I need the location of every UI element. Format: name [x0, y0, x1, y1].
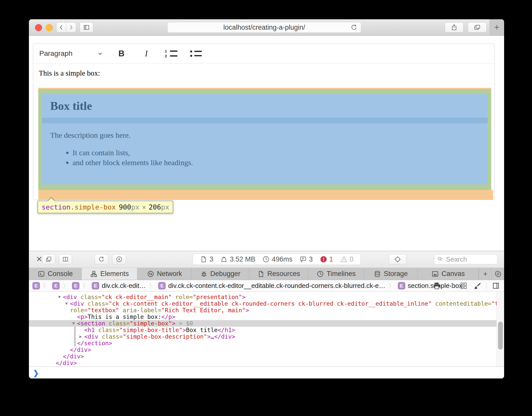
- weight-icon: [220, 255, 228, 263]
- devtools-tab-bar: ConsoleElementsNetworkDebuggerResourcesT…: [29, 268, 504, 280]
- disclosure-expanded-icon[interactable]: ▼: [70, 320, 77, 327]
- tab-canvas[interactable]: Canvas: [418, 268, 479, 280]
- details-sidebar-icon[interactable]: [492, 282, 500, 290]
- breadcrumb-item[interactable]: E: [52, 282, 60, 289]
- editor-content[interactable]: This is a simple box: Box title The desc…: [33, 63, 494, 200]
- inspect-content-highlight: Box title The description goes here. It …: [42, 94, 488, 184]
- editor-paragraph[interactable]: This is a simple box:: [39, 69, 100, 77]
- dom-tree-row[interactable]: <p>This is a simple box:</p>: [29, 314, 504, 320]
- scrollbar-track[interactable]: [496, 292, 504, 367]
- stat-clock[interactable]: 496ms: [262, 255, 292, 263]
- breadcrumb-chevron-icon: 〉: [63, 282, 69, 290]
- bulleted-list-button[interactable]: [189, 47, 203, 60]
- reload-icon: [98, 256, 105, 263]
- dock-window-button[interactable]: [42, 254, 55, 264]
- timelines-icon: [316, 270, 324, 278]
- share-icon: [451, 24, 458, 31]
- tab-overview-button[interactable]: [468, 22, 487, 32]
- disclosure-expanded-icon[interactable]: ▼: [56, 294, 62, 300]
- address-bar[interactable]: localhost/creating-a-plugin/: [167, 22, 361, 33]
- browser-titlebar: localhost/creating-a-plugin/ +: [29, 19, 504, 36]
- tab-timelines[interactable]: Timelines: [308, 268, 364, 280]
- forward-button[interactable]: [66, 22, 76, 32]
- sidebar-icon: [83, 24, 90, 31]
- sidebar-toggle-button[interactable]: [80, 22, 93, 32]
- add-tab-button[interactable]: +: [479, 268, 491, 280]
- paragraph-dropdown[interactable]: Paragraph: [39, 49, 103, 58]
- reload-icon[interactable]: [350, 24, 358, 31]
- new-tab-button[interactable]: +: [489, 19, 504, 36]
- search-input[interactable]: [446, 255, 490, 264]
- breadcrumb-item[interactable]: Ediv.ck.ck-edit…: [92, 282, 146, 290]
- dom-tree-row[interactable]: ▼<div class="ck ck-editor__main" role="p…: [29, 294, 504, 300]
- breadcrumb-item[interactable]: E: [72, 282, 79, 289]
- share-button[interactable]: [445, 22, 464, 32]
- tab-debugger[interactable]: Debugger: [191, 268, 249, 280]
- element-picker-button[interactable]: [389, 254, 406, 264]
- close-icon[interactable]: ✕: [36, 255, 42, 264]
- editor-toolbar: Paragraph B I 1 2: [33, 44, 494, 63]
- tab-storage[interactable]: Storage: [364, 268, 418, 280]
- breadcrumb-chevron-icon: 〉: [149, 282, 155, 290]
- page-content: Paragraph B I 1 2: [29, 36, 504, 251]
- tab-elements[interactable]: Elements: [82, 268, 137, 280]
- stat-error[interactable]: 1: [320, 255, 333, 263]
- breadcrumb-item[interactable]: Ediv.ck.ck-content.ck-editor__editable.c…: [158, 282, 385, 290]
- description-text: The description goes here.: [50, 131, 488, 140]
- console-prompt[interactable]: ❯: [29, 367, 504, 378]
- tabs-overview-icon: [474, 24, 481, 31]
- paragraph-dropdown-label: Paragraph: [39, 49, 73, 58]
- breadcrumb-item[interactable]: E: [32, 282, 40, 289]
- breadcrumb-chevron-icon: 〉: [388, 282, 395, 290]
- disclosure-collapsed-icon[interactable]: ▶: [78, 333, 84, 340]
- italic-button[interactable]: I: [140, 47, 153, 60]
- element-badge: E: [52, 282, 60, 289]
- prompt-chevron-icon: ❯: [33, 369, 39, 377]
- simple-box-title[interactable]: Box title: [42, 94, 488, 113]
- tab-network[interactable]: Network: [137, 268, 191, 280]
- stat-warning[interactable]: 0: [340, 255, 353, 263]
- devtools-toolbar: ✕ 33.52 MB496ms310: [29, 251, 504, 268]
- tab-console[interactable]: Console: [29, 268, 82, 280]
- settings-gear-icon[interactable]: [491, 268, 504, 280]
- list-item[interactable]: and other block elements like headings.: [73, 158, 488, 167]
- numbered-list-button[interactable]: 1 2: [165, 47, 178, 60]
- devtools-reload-button[interactable]: [95, 254, 108, 264]
- inspect-margin-highlight-bottom: [38, 190, 493, 200]
- minimize-window-button[interactable]: [46, 24, 53, 31]
- selection-guide-bar: [74, 327, 76, 346]
- close-window-button[interactable]: [35, 24, 42, 31]
- dom-tree-row[interactable]: </div>: [29, 353, 504, 360]
- disclosure-expanded-icon[interactable]: ▼: [63, 300, 69, 307]
- crosshair-icon: [394, 255, 401, 263]
- dom-tree-row[interactable]: </div>: [29, 346, 504, 353]
- simple-box-description[interactable]: The description goes here. It can contai…: [42, 123, 488, 184]
- tab-resources[interactable]: Resources: [249, 268, 308, 280]
- simple-box-title-block: Box title: [42, 94, 488, 118]
- scrollbar-thumb[interactable]: [498, 322, 503, 350]
- dom-tree-row[interactable]: </section>: [29, 340, 504, 346]
- breadcrumb-chevron-icon: 〉: [43, 282, 49, 290]
- dock-side-button[interactable]: [59, 254, 72, 264]
- code-brackets-icon[interactable]: [446, 282, 454, 290]
- stat-document[interactable]: 3: [200, 255, 213, 263]
- dom-tree-row[interactable]: <h1 class="simple-box-title">Box title</…: [29, 327, 504, 333]
- dom-tree-row[interactable]: ▶<div class="simple-box-description">…</…: [29, 333, 504, 340]
- paintbrush-icon[interactable]: [473, 282, 481, 290]
- bold-button[interactable]: B: [115, 47, 128, 60]
- grid-icon[interactable]: [459, 282, 468, 290]
- download-button[interactable]: [112, 254, 126, 264]
- network-icon: [147, 270, 154, 278]
- back-button[interactable]: [56, 22, 66, 32]
- tooltip-class: .simple-box: [70, 203, 116, 211]
- devtools-search[interactable]: [434, 254, 498, 264]
- stat-bubble[interactable]: 3: [299, 255, 313, 263]
- print-icon[interactable]: [433, 282, 441, 290]
- dom-tree-row[interactable]: </div>: [29, 360, 504, 366]
- stat-weight[interactable]: 3.52 MB: [220, 255, 255, 263]
- dom-tree-row[interactable]: ▼<section class="simple-box"> = $0: [29, 320, 504, 327]
- elements-icon: [90, 270, 98, 278]
- list-item[interactable]: It can contain lists,: [73, 148, 488, 158]
- dom-tree-row[interactable]: role="textbox" aria-label="Rich Text Edi…: [29, 307, 504, 314]
- dom-tree-row[interactable]: ▼<div class="ck ck-content ck-editor__ed…: [29, 300, 504, 307]
